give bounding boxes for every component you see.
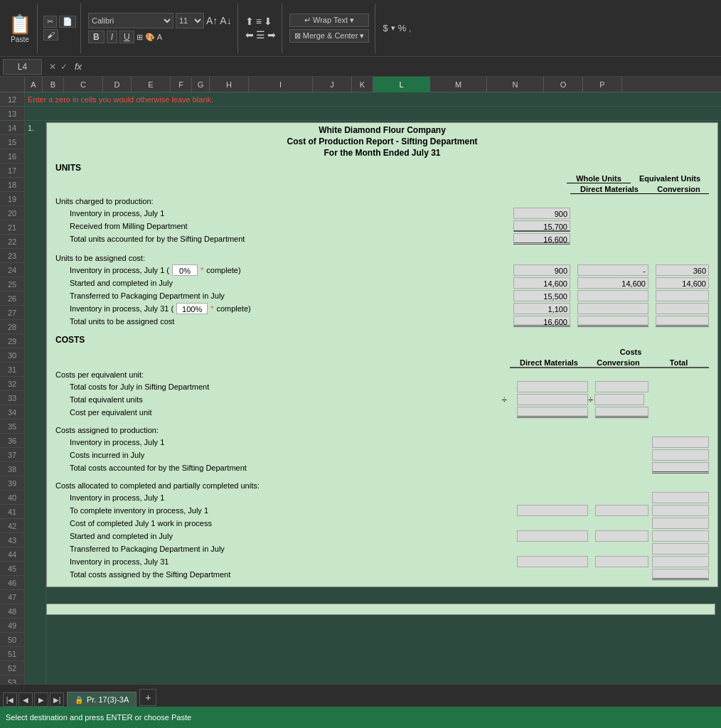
align-left-icon[interactable]: ⬅ <box>245 29 254 41</box>
col-header-P[interactable]: P <box>583 77 622 92</box>
inv-july31-conv-input[interactable] <box>656 303 709 314</box>
align-bottom-icon[interactable]: ⬇ <box>264 16 272 27</box>
inv-july1-4-total-input[interactable] <box>652 492 709 503</box>
col-header-I[interactable]: I <box>249 77 313 92</box>
inv-july31-wu-input[interactable]: 1,100 <box>513 303 570 314</box>
col-header-M[interactable]: M <box>430 77 487 92</box>
merge-center-button[interactable]: ⊠ Merge & Center ▾ <box>289 29 370 43</box>
col-header-A[interactable]: A <box>25 77 43 92</box>
pct-0-input[interactable]: 0% <box>172 264 198 276</box>
underline-button[interactable]: U <box>119 31 134 43</box>
cost-completed-total-input[interactable] <box>652 518 709 529</box>
wrap-dropdown-icon: ▾ <box>350 16 354 24</box>
col-header-J[interactable]: J <box>313 77 352 92</box>
inv-july31-2-conv-input[interactable] <box>595 556 648 567</box>
row-56 <box>46 601 721 616</box>
cost-per-equiv-conv-input[interactable] <box>595 407 648 418</box>
started-completed2-row: Started and completed in July <box>55 530 709 542</box>
started-conv-input[interactable]: 14,600 <box>656 277 709 289</box>
borders-icon[interactable]: ⊞ <box>137 33 143 42</box>
font-size-select[interactable]: 11 <box>176 13 204 28</box>
total-sifting-input[interactable]: 16,600 <box>513 233 570 245</box>
units-label: UNITS <box>55 160 709 174</box>
font-shrink-icon[interactable]: A↓ <box>220 15 231 26</box>
col-header-B[interactable]: B <box>43 77 64 92</box>
font-family-select[interactable]: Calibri <box>88 13 173 28</box>
percent-icon: % <box>398 23 407 33</box>
total-costs-sifting-total-input[interactable] <box>652 462 709 473</box>
col-header-H[interactable]: H <box>210 77 249 92</box>
transferred-conv-input[interactable] <box>656 290 709 301</box>
pct-100-input[interactable]: 100% <box>176 303 208 314</box>
cancel-formula-icon[interactable]: ✕ <box>49 62 56 72</box>
row-num-17: 17 <box>0 164 25 178</box>
started2-total-input[interactable] <box>652 530 709 542</box>
received-input[interactable]: 15,700 <box>513 220 570 232</box>
inv-july1-3-total-input[interactable] <box>652 437 709 448</box>
total-assigned-dm-input[interactable] <box>577 316 648 327</box>
started2-dm-input[interactable] <box>517 530 588 542</box>
total-costs-july-conv-input[interactable] <box>595 381 648 392</box>
cost-per-equiv-dm-input[interactable] <box>517 407 588 418</box>
total-costs-july-dm-input[interactable] <box>517 381 588 392</box>
tab-first-button[interactable]: |◀ <box>3 692 17 707</box>
add-sheet-button[interactable]: + <box>139 689 156 706</box>
copy-button[interactable]: 📄 <box>59 16 76 28</box>
col-header-O[interactable]: O <box>544 77 583 92</box>
formula-input[interactable] <box>86 62 718 72</box>
cell-reference[interactable]: L4 <box>3 59 42 75</box>
font-grow-icon[interactable]: A↑ <box>206 15 218 26</box>
tab-last-button[interactable]: ▶| <box>50 692 64 707</box>
transferred2-total-input[interactable] <box>652 543 709 555</box>
total-assigned-wu-input[interactable]: 16,600 <box>513 316 570 327</box>
align-center-icon[interactable]: ☰ <box>256 29 265 41</box>
to-complete-conv-input[interactable] <box>595 505 648 516</box>
costs-incurred-total-input[interactable] <box>652 449 709 461</box>
total-assigned-conv-input[interactable] <box>656 316 709 327</box>
font-section: Calibri 11 A↑ A↓ B I U ⊞ 🎨 A <box>82 4 238 53</box>
tab-prev-button[interactable]: ◀ <box>18 692 33 707</box>
italic-button[interactable]: I <box>107 31 117 43</box>
inv-july1-2-dm-input[interactable]: - <box>577 264 648 276</box>
transferred-wu-input[interactable]: 15,500 <box>513 290 570 301</box>
sheet-tab-label: Pr. 17(3)-3A <box>87 695 129 704</box>
total-equiv-dm-input[interactable] <box>517 394 588 405</box>
col-header-D[interactable]: D <box>103 77 132 92</box>
total-equiv-conv-input[interactable] <box>594 394 644 405</box>
col-header-N[interactable]: N <box>487 77 544 92</box>
bold-button[interactable]: B <box>88 31 105 43</box>
tab-next-button[interactable]: ▶ <box>34 692 48 707</box>
inv-july31-2-total-input[interactable] <box>652 556 709 567</box>
started-dm-input[interactable]: 14,600 <box>577 277 648 289</box>
font-color-icon[interactable]: A <box>157 33 162 41</box>
cut-button[interactable]: ✂ <box>43 16 57 28</box>
to-complete-dm-input[interactable] <box>517 505 588 516</box>
inv-july1-2-wu-input[interactable]: 900 <box>513 264 570 276</box>
total-costs-assigned-total-input[interactable] <box>652 569 709 580</box>
col-header-G[interactable]: G <box>192 77 210 92</box>
confirm-formula-icon[interactable]: ✓ <box>60 62 68 72</box>
col-header-L[interactable]: L <box>373 77 430 92</box>
align-right-icon[interactable]: ➡ <box>267 29 276 41</box>
to-complete-total-input[interactable] <box>652 505 709 516</box>
paste-label[interactable]: Paste <box>11 36 29 43</box>
col-header-C[interactable]: C <box>64 77 103 92</box>
align-top-icon[interactable]: ⬆ <box>245 16 254 27</box>
transferred-dm-input[interactable] <box>577 290 648 301</box>
col-header-F[interactable]: F <box>171 77 192 92</box>
inv-july1-2-conv-input[interactable]: 360 <box>656 264 709 276</box>
wrap-text-button[interactable]: ↵ Wrap Text ▾ <box>289 14 370 27</box>
col-header-K[interactable]: K <box>352 77 373 92</box>
highlight-color-icon[interactable]: 🎨 <box>145 33 155 42</box>
format-painter-button[interactable]: 🖌 <box>43 29 58 41</box>
started-wu-input[interactable]: 14,600 <box>513 277 570 289</box>
inv-july31-dm-input[interactable] <box>577 303 648 314</box>
inv-july31-2-row: Inventory in process, July 31 <box>55 555 709 568</box>
inv-july31-2-dm-input[interactable] <box>517 556 588 567</box>
spacer-row-40 <box>55 419 709 424</box>
inv-july1-input[interactable]: 900 <box>513 208 570 219</box>
align-middle-icon[interactable]: ≡ <box>256 16 262 27</box>
sheet-tab-active[interactable]: 🔒 Pr. 17(3)-3A <box>67 692 137 707</box>
col-header-E[interactable]: E <box>132 77 171 92</box>
started2-conv-input[interactable] <box>595 530 648 542</box>
